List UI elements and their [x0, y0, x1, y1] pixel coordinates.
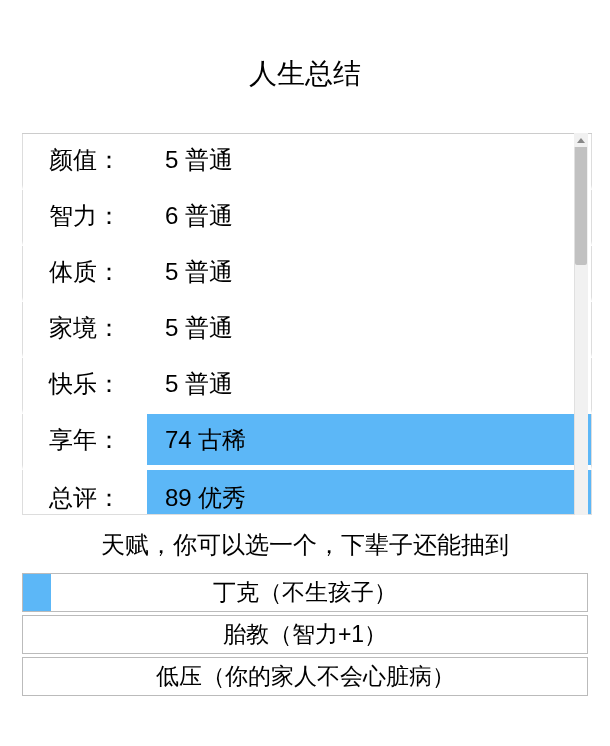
stat-label: 总评：: [23, 470, 147, 514]
stat-label: 颜值：: [23, 134, 147, 185]
stat-label: 体质：: [23, 246, 147, 297]
talent-text: 丁克（不生孩子）: [213, 577, 397, 608]
talent-section: 天赋，你可以选一个，下辈子还能抽到 丁克（不生孩子） 胎教（智力+1） 低压（你…: [0, 529, 610, 696]
talent-text: 低压（你的家人不会心脏病）: [156, 661, 455, 692]
stat-label: 快乐：: [23, 358, 147, 409]
stat-row-appearance: 颜值： 5 普通: [22, 134, 592, 190]
stats-scroll-wrapper: 颜值： 5 普通 智力： 6 普通 体质： 5 普通 家境： 5 普通 快乐： …: [0, 133, 610, 515]
talent-header: 天赋，你可以选一个，下辈子还能抽到: [22, 529, 588, 561]
talent-option-lowpressure[interactable]: 低压（你的家人不会心脏病）: [22, 657, 588, 696]
stat-row-happiness: 快乐： 5 普通: [22, 358, 592, 414]
stat-row-overall: 总评： 89 优秀: [22, 470, 592, 514]
selected-indicator: [23, 574, 51, 611]
scrollbar-arrow-up-icon[interactable]: [574, 133, 588, 147]
talent-option-prenatal[interactable]: 胎教（智力+1）: [22, 615, 588, 654]
page-title: 人生总结: [0, 55, 610, 93]
scrollbar-track[interactable]: [574, 133, 588, 515]
stat-row-wealth: 家境： 5 普通: [22, 302, 592, 358]
app-container: 人生总结 颜值： 5 普通 智力： 6 普通 体质： 5 普通 家境： 5 普通…: [0, 0, 610, 746]
stat-label: 智力：: [23, 190, 147, 241]
stat-value: 89 优秀: [147, 470, 591, 514]
stat-label: 享年：: [23, 414, 147, 465]
stat-value: 6 普通: [147, 190, 591, 241]
stat-value: 5 普通: [147, 134, 591, 185]
stat-value: 5 普通: [147, 246, 591, 297]
stat-row-lifespan: 享年： 74 古稀: [22, 414, 592, 470]
stat-row-intelligence: 智力： 6 普通: [22, 190, 592, 246]
talent-option-dink[interactable]: 丁克（不生孩子）: [22, 573, 588, 612]
stats-list: 颜值： 5 普通 智力： 6 普通 体质： 5 普通 家境： 5 普通 快乐： …: [22, 133, 592, 515]
stat-value: 5 普通: [147, 358, 591, 409]
stat-row-constitution: 体质： 5 普通: [22, 246, 592, 302]
talent-text: 胎教（智力+1）: [223, 619, 387, 650]
stat-value: 74 古稀: [147, 414, 591, 465]
scrollbar-thumb[interactable]: [575, 145, 587, 265]
stat-label: 家境：: [23, 302, 147, 353]
stat-value: 5 普通: [147, 302, 591, 353]
